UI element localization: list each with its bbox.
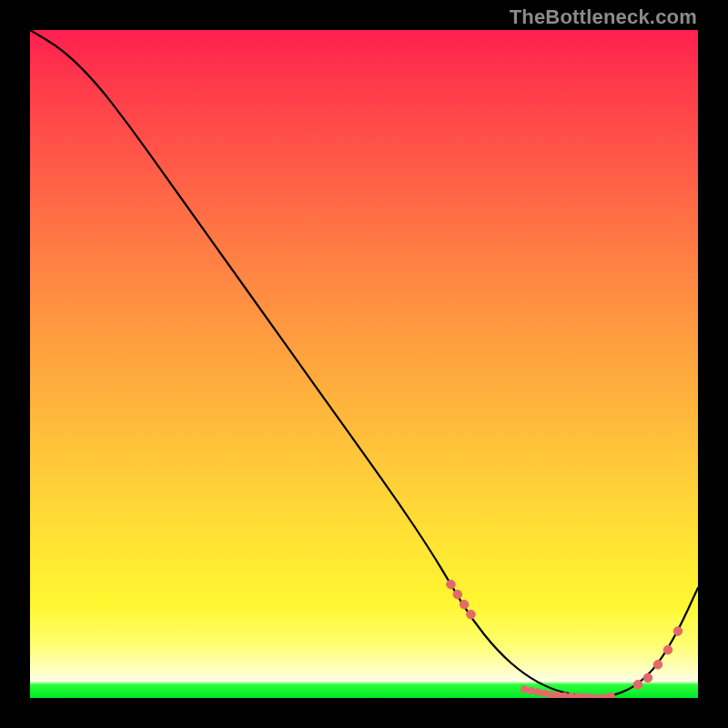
curve-marker <box>568 693 575 698</box>
watermark-label: TheBottleneck.com <box>510 5 697 29</box>
curve-marker <box>673 627 682 636</box>
bottleneck-curve <box>30 30 698 697</box>
curve-marker <box>594 694 602 698</box>
curve-marker <box>554 692 561 698</box>
curve-marker <box>601 693 608 698</box>
curve-marker <box>561 693 568 698</box>
curve-marker <box>574 693 581 698</box>
plot-area <box>30 30 698 698</box>
curve-marker <box>643 673 652 682</box>
curve-marker <box>528 687 535 694</box>
marker-group <box>447 580 682 698</box>
curve-marker <box>521 686 528 693</box>
curve-marker <box>548 692 555 698</box>
curve-marker <box>447 580 456 589</box>
curve-marker <box>534 689 541 696</box>
curve-layer <box>30 30 698 698</box>
curve-marker <box>541 690 548 697</box>
chart-container: TheBottleneck.com <box>0 0 728 728</box>
curve-marker <box>581 693 588 698</box>
curve-marker <box>663 645 672 654</box>
curve-marker <box>588 693 595 698</box>
curve-marker <box>460 600 469 609</box>
curve-marker <box>653 661 662 670</box>
curve-marker <box>608 693 615 698</box>
curve-marker <box>453 590 462 599</box>
curve-marker <box>467 610 476 619</box>
curve-marker <box>633 681 642 690</box>
